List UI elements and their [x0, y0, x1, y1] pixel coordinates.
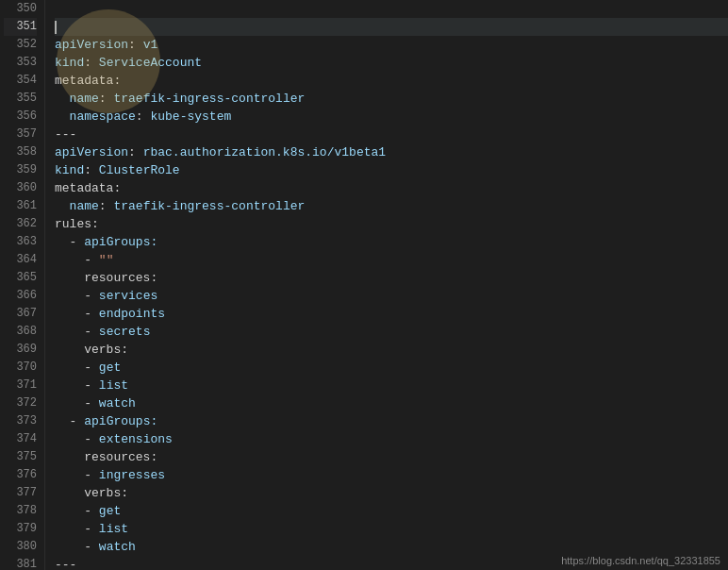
- line-numbers: 3503513523533543553563573583593603613623…: [0, 0, 45, 570]
- code-editor: 3503513523533543553563573583593603613623…: [0, 0, 728, 570]
- line-number: 367: [4, 305, 37, 323]
- watermark: https://blog.csdn.net/qq_32331855: [561, 555, 720, 566]
- line-number: 363: [4, 233, 37, 251]
- code-line: ---: [55, 126, 728, 143]
- code-line: - get: [55, 502, 728, 520]
- code-line: apiVersion: v1: [55, 36, 728, 54]
- code-line: name: traefik-ingress-controller: [55, 90, 728, 108]
- code-content[interactable]: apiVersion: v1kind: ServiceAccountmetada…: [45, 0, 728, 570]
- line-number: 379: [4, 520, 37, 538]
- code-line: rules:: [55, 215, 728, 233]
- code-line: verbs:: [55, 484, 728, 502]
- line-number: 380: [4, 538, 37, 556]
- line-number: 369: [4, 341, 37, 359]
- code-line: - apiGroups:: [55, 233, 728, 251]
- code-line: - services: [55, 287, 728, 305]
- line-number: 374: [4, 430, 37, 448]
- code-line: - get: [55, 359, 728, 377]
- code-line: resources:: [55, 269, 728, 287]
- code-line: - ingresses: [55, 466, 728, 484]
- code-line: - endpoints: [55, 305, 728, 323]
- line-number: 362: [4, 215, 37, 233]
- line-number: 373: [4, 412, 37, 430]
- line-number: 350: [4, 0, 37, 18]
- line-number: 355: [4, 90, 37, 108]
- line-number: 354: [4, 72, 37, 90]
- line-number: 377: [4, 484, 37, 502]
- line-number: 375: [4, 448, 37, 466]
- code-line: name: traefik-ingress-controller: [55, 197, 728, 215]
- line-number: 370: [4, 359, 37, 377]
- line-number: 358: [4, 143, 37, 161]
- line-number: 368: [4, 323, 37, 341]
- code-line: metadata:: [55, 72, 728, 90]
- line-number: 351: [4, 18, 37, 36]
- line-number: 376: [4, 466, 37, 484]
- line-number: 364: [4, 251, 37, 269]
- code-line: [55, 18, 728, 36]
- code-line: namespace: kube-system: [55, 108, 728, 126]
- line-number: 372: [4, 394, 37, 412]
- code-line: - apiGroups:: [55, 412, 728, 430]
- code-line: - watch: [55, 394, 728, 412]
- code-line: - list: [55, 377, 728, 394]
- code-line: apiVersion: rbac.authorization.k8s.io/v1…: [55, 143, 728, 161]
- line-number: 371: [4, 377, 37, 394]
- line-number: 359: [4, 161, 37, 179]
- line-number: 378: [4, 502, 37, 520]
- code-line: [55, 0, 728, 18]
- code-line: - secrets: [55, 323, 728, 341]
- code-line: - list: [55, 520, 728, 538]
- line-number: 360: [4, 179, 37, 197]
- code-line: kind: ServiceAccount: [55, 54, 728, 72]
- line-number: 353: [4, 54, 37, 72]
- line-number: 366: [4, 287, 37, 305]
- code-line: kind: ClusterRole: [55, 161, 728, 179]
- code-line: - "": [55, 251, 728, 269]
- line-number: 365: [4, 269, 37, 287]
- code-line: resources:: [55, 448, 728, 466]
- code-line: - watch: [55, 538, 728, 556]
- line-number: 357: [4, 126, 37, 143]
- line-number: 352: [4, 36, 37, 54]
- line-number: 361: [4, 197, 37, 215]
- line-number: 356: [4, 108, 37, 126]
- code-line: metadata:: [55, 179, 728, 197]
- code-line: verbs:: [55, 341, 728, 359]
- line-number: 381: [4, 556, 37, 570]
- code-line: - extensions: [55, 430, 728, 448]
